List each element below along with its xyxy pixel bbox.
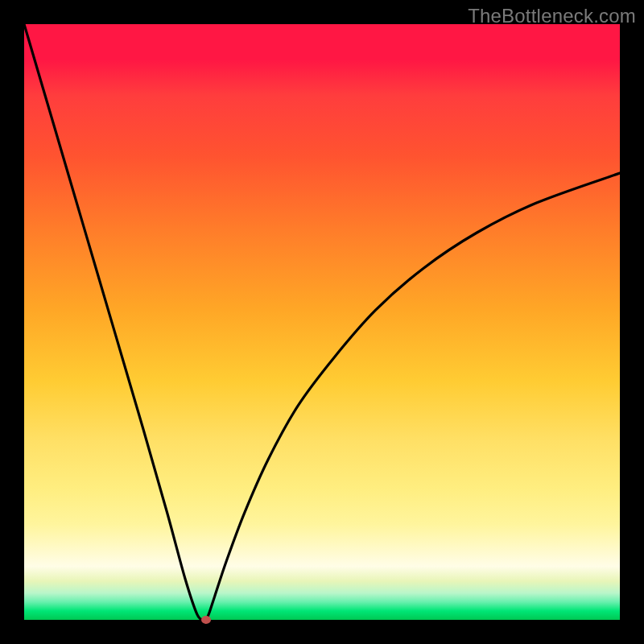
optimal-point-marker	[201, 616, 211, 624]
bottleneck-curve	[24, 24, 620, 620]
curve-svg	[24, 24, 620, 620]
plot-area	[24, 24, 620, 620]
chart-container: TheBottleneck.com	[0, 0, 644, 644]
